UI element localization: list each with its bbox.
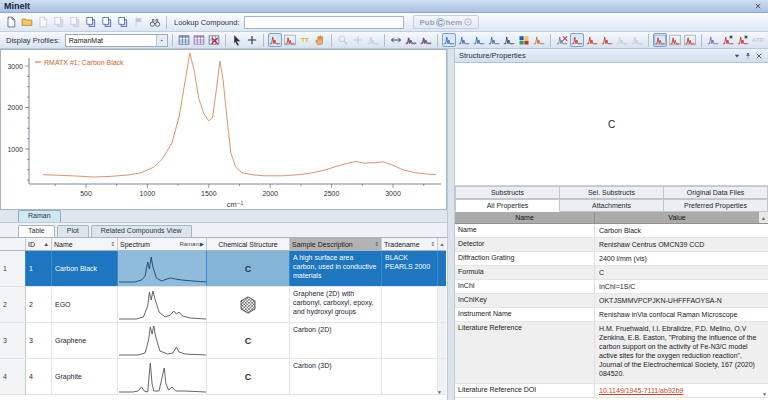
cell-name[interactable]: Carbon Black <box>52 251 118 286</box>
copy-all-icon[interactable] <box>115 15 130 30</box>
close-window-button[interactable] <box>752 1 764 11</box>
property-row-literature-reference[interactable]: Literature ReferenceH.M. Fruehwald, I.I.… <box>455 322 768 384</box>
close-panel-icon[interactable] <box>753 50 764 61</box>
pin-panel-icon[interactable] <box>742 50 753 61</box>
tab-table[interactable]: Table <box>18 225 55 237</box>
compare-two-icon[interactable] <box>668 33 682 47</box>
stack-spectra-icon[interactable] <box>419 33 433 47</box>
property-value-header[interactable]: Value <box>595 212 759 223</box>
cell-sample-description[interactable]: Carbon (3D) <box>290 359 382 394</box>
cell-tradename[interactable]: BLACK PEARLS 2000 <box>382 251 438 286</box>
show-two-spectra-icon[interactable] <box>585 33 599 47</box>
copy-icon[interactable] <box>83 15 98 30</box>
cell-id[interactable]: 3 <box>26 323 52 358</box>
sort-icon[interactable]: ⇕ <box>374 240 379 249</box>
panel-splitter[interactable] <box>447 49 455 400</box>
expand-icon[interactable]: ▶ <box>200 241 204 247</box>
cell-id[interactable]: 4 <box>26 359 52 394</box>
cell-tradename[interactable] <box>382 359 438 394</box>
cell-spectrum[interactable] <box>118 251 207 286</box>
cell-tradename[interactable] <box>382 287 438 322</box>
doi-link[interactable]: 10.1149/1945-7111/ab92b9 <box>595 384 768 397</box>
delete-table-icon[interactable] <box>207 33 221 47</box>
property-row-detector[interactable]: DetectorRenishaw Centrus OMCN39 CCD <box>455 238 768 252</box>
cell-id[interactable]: 1 <box>26 251 52 286</box>
cell-chemical-structure[interactable]: C <box>207 251 290 286</box>
rainbow-view-icon[interactable] <box>532 33 546 47</box>
column-header-spectrum[interactable]: Spectrum Raman ▶ <box>118 238 207 250</box>
column-header-sample-description[interactable]: Sample Description ⇕ <box>290 238 382 250</box>
combobox-dropdown-icon[interactable]: ▪ <box>156 35 167 46</box>
cell-spectrum[interactable] <box>118 359 207 394</box>
split-view-icon[interactable] <box>487 33 501 47</box>
cell-name[interactable]: Graphite <box>52 359 118 394</box>
row-number-gutter[interactable]: 1 <box>0 251 26 286</box>
sort-icon[interactable]: ⇕ <box>430 240 435 249</box>
stacked-view-icon[interactable] <box>457 33 471 47</box>
property-row-diffraction-grating[interactable]: Diffraction Grating2400 l/mm (vis) <box>455 252 768 266</box>
property-row-inchikey[interactable]: InChIKeyOKTJSMMVPCPJKN-UHFFFAOYSA-N <box>455 294 768 308</box>
cell-sample-description[interactable]: Graphene (2D) with carbonyl, carboxyl, e… <box>290 287 382 322</box>
tab-substructs[interactable]: Substructs <box>455 186 560 199</box>
remove-favorite-spectrum-icon[interactable] <box>736 33 750 47</box>
pointer-tool-icon[interactable] <box>230 33 244 47</box>
crosshair-tool-icon[interactable] <box>245 33 259 47</box>
table-scrollbar-track[interactable] <box>438 287 446 322</box>
open-file-icon[interactable] <box>19 15 34 30</box>
lookup-compound-input[interactable] <box>244 16 404 29</box>
table-scrollbar-track[interactable] <box>438 251 446 286</box>
table-row-carbon-black[interactable]: 11Carbon BlackCA high surface area carbo… <box>0 251 446 287</box>
single-spectrum-view-icon[interactable] <box>442 33 456 47</box>
copy-with-format-icon[interactable] <box>99 15 114 30</box>
cell-sample-description[interactable]: A high surface area carbon, used in cond… <box>290 251 382 286</box>
row-number-gutter[interactable]: 2 <box>0 287 26 322</box>
tab-related-compounds-view[interactable]: Related Compounds View <box>91 225 192 237</box>
tab-original-data-files[interactable]: Original Data Files <box>664 186 768 199</box>
column-header-tradename[interactable]: Tradename ⇕ <box>382 238 438 250</box>
heatmap-view-icon[interactable] <box>517 33 531 47</box>
transfer-spectrum-icon[interactable] <box>706 33 720 47</box>
overlay-spectra-icon[interactable] <box>404 33 418 47</box>
peak-pick-tool-icon[interactable] <box>268 33 282 47</box>
cell-chemical-structure[interactable]: C <box>207 323 290 358</box>
cell-id[interactable]: 2 <box>26 287 52 322</box>
cell-sample-description[interactable]: Carbon (2D) <box>290 323 382 358</box>
panel-menu-icon[interactable] <box>731 50 742 61</box>
tiled-view-icon[interactable] <box>472 33 486 47</box>
cell-name[interactable]: Graphene <box>52 323 118 358</box>
tab-preferred-properties[interactable]: Preferred Properties <box>664 199 768 212</box>
property-row-literature-reference-doi[interactable]: Literature Reference DOI10.1149/1945-711… <box>455 384 768 398</box>
cell-chemical-structure[interactable]: C <box>207 359 290 394</box>
column-header-chemical-structure[interactable]: Chemical Structure <box>207 238 290 250</box>
cell-name[interactable]: EGO <box>52 287 118 322</box>
sort-asc-icon[interactable]: ▲ <box>44 241 49 247</box>
tab-attachments[interactable]: Attachments <box>560 199 664 212</box>
properties-scrollbar-down[interactable]: ▼ <box>762 391 767 397</box>
table-scrollbar-track[interactable] <box>438 323 446 358</box>
tab-all-properties[interactable]: All Properties <box>455 199 560 212</box>
tab-plot[interactable]: Plot <box>57 225 89 237</box>
cell-chemical-structure[interactable] <box>207 287 290 322</box>
clear-spectra-icon[interactable] <box>555 33 569 47</box>
show-three-spectra-icon[interactable] <box>600 33 614 47</box>
row-number-gutter[interactable]: 3 <box>0 323 26 358</box>
find-compound-icon[interactable] <box>147 15 162 30</box>
new-document-icon[interactable] <box>3 15 18 30</box>
table-view-icon[interactable] <box>177 33 191 47</box>
tab-raman[interactable]: Raman <box>18 210 61 222</box>
property-row-formula[interactable]: FormulaC <box>455 266 768 280</box>
cell-tradename[interactable] <box>382 323 438 358</box>
table-row-graphene[interactable]: 33GrapheneCCarbon (2D) <box>0 323 446 359</box>
row-number-gutter[interactable]: 4 <box>0 359 26 394</box>
text-annotation-tool-icon[interactable]: TT <box>298 33 312 47</box>
table-scrollbar-down[interactable]: ▼ <box>437 389 442 395</box>
compare-three-icon[interactable] <box>683 33 697 47</box>
tab-sel-substructs[interactable]: Sel. Substructs <box>560 186 664 199</box>
pan-tool-icon[interactable] <box>313 33 327 47</box>
show-current-spectrum-icon[interactable] <box>570 33 584 47</box>
table-scrollbar-up[interactable]: ▲ <box>438 238 446 250</box>
column-header-id[interactable]: ID ▲ <box>26 238 52 250</box>
sort-icon[interactable]: ⇕ <box>110 241 115 247</box>
table-row-graphite[interactable]: 44GraphiteCCarbon (3D) <box>0 359 446 395</box>
add-favorite-spectrum-icon[interactable] <box>721 33 735 47</box>
